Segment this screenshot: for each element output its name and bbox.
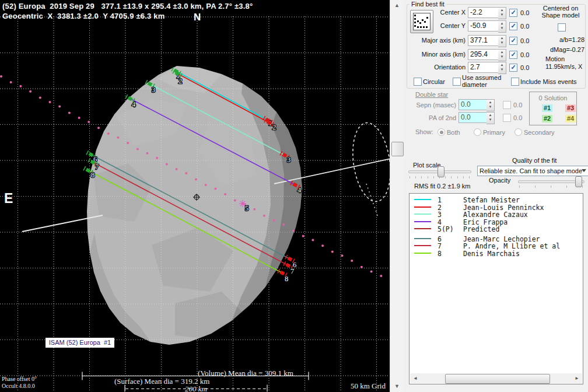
centered-on-shape-label: Centered on Shape model: [535, 5, 586, 19]
include-miss-events-checkbox[interactable]: [511, 78, 519, 86]
star-path-dot: [127, 142, 129, 144]
fit-field-label: Center X: [408, 9, 466, 16]
sepn-spinner[interactable]: ▲▼: [487, 99, 495, 111]
centered-on-shape-checkbox[interactable]: [558, 23, 566, 32]
star-path-dot: [156, 157, 158, 159]
fit-field-input[interactable]: -2.2: [468, 7, 499, 18]
grid-scale-label: 50 km Grid: [351, 382, 386, 391]
opacity-slider[interactable]: [518, 180, 584, 183]
pa-of-2nd-input[interactable]: 0.0: [459, 112, 488, 123]
legend-color-line: [414, 238, 431, 239]
plot-vertical-scrollbar[interactable]: ▲ ▼: [390, 0, 404, 392]
legend-row[interactable]: 1 Stefan Meister: [410, 196, 583, 204]
solution-chip-label: #3: [565, 104, 576, 112]
star-path-dot: [49, 101, 51, 103]
plot-title-line1: (52) Europa 2019 Sep 29 377.1 ±13.9 x 29…: [2, 2, 253, 10]
show-radio-secondary[interactable]: [514, 128, 522, 136]
plot-scale-slider-thumb[interactable]: [438, 166, 444, 177]
quality-of-fit-dropdown[interactable]: Reliable size. Can fit to shape mode: [477, 166, 588, 176]
solution-chip-label: #4: [565, 115, 576, 123]
star-path-dot: [205, 184, 207, 186]
fit-field-input[interactable]: -50.9: [468, 20, 499, 32]
chord-number-label: 7: [95, 163, 99, 171]
use-assumed-diameter-checkbox[interactable]: [453, 78, 461, 86]
pa-spinner[interactable]: ▲▼: [487, 112, 495, 124]
fit-field-checkbox[interactable]: ✓: [509, 37, 517, 45]
fit-field-input[interactable]: 295.4: [468, 49, 499, 60]
fit-field-spinner[interactable]: ▲▼: [498, 35, 506, 47]
star-path-dot: [292, 230, 295, 232]
scroll-right-icon[interactable]: ►: [572, 374, 582, 383]
legend-row[interactable]: 2 Jean-Louis Penninckx: [410, 204, 583, 211]
fit-field-error: 0.0: [520, 37, 529, 44]
solution-chip-label: #2: [542, 115, 552, 123]
fit-field-checkbox[interactable]: ✓: [509, 22, 517, 30]
fit-field-checkbox[interactable]: ✓: [509, 51, 517, 59]
legend-observer-name: Denis Marchais: [463, 250, 520, 258]
fit-field-error: 0.0: [520, 23, 529, 30]
sepn-err-value: 0.0: [513, 102, 522, 108]
chord-number-label: 2: [178, 77, 182, 85]
volume-mean-dia-label: (Volume) Mean dia = 309.1 km: [198, 369, 293, 378]
fit-field-spinner[interactable]: ▲▼: [498, 7, 506, 19]
fit-field-checkbox[interactable]: ✓: [509, 64, 517, 72]
chord-number-label: 4: [132, 100, 136, 108]
double-star-title: Double star: [415, 91, 448, 98]
fit-field-spinner[interactable]: ▲▼: [498, 49, 506, 61]
legend-row[interactable]: 3 Alexandre Cazaux: [410, 211, 583, 218]
fit-control-panel: Find best fit Center X -2.2 ▲▼ ✓ 0.0 Cen…: [404, 0, 588, 392]
star-path-dot: [282, 223, 285, 226]
motion-title-label: Motion: [545, 55, 565, 62]
include-miss-events-label: Include Miss events: [520, 78, 577, 85]
rms-fit-label: RMS fit 0.2 ±1.9 km: [414, 183, 471, 190]
star-path-dot: [68, 112, 71, 114]
legend-row[interactable]: 7 P. Andre, M Llibre et al: [410, 242, 583, 250]
fit-field-checkbox[interactable]: ✓: [509, 9, 517, 17]
vertical-scrollbar-thumb[interactable]: [391, 142, 404, 156]
chord-number-label: 4: [298, 186, 302, 194]
star-path-dot: [39, 97, 41, 99]
occultation-plot: 11 22 33 44 66 77 885: [0, 0, 390, 392]
fit-field-input[interactable]: 2.7: [468, 62, 499, 73]
legend-row[interactable]: 8 Denis Marchais: [410, 250, 583, 257]
dmag-label: dMag=-0.27: [544, 46, 584, 53]
show-radio-both[interactable]: [438, 128, 445, 136]
legend-observer-number: 5(P): [438, 225, 454, 233]
fit-field-input[interactable]: 377.1: [468, 35, 499, 46]
scroll-left-icon[interactable]: ◄: [411, 374, 420, 383]
star-path-dot: [195, 178, 197, 180]
star-path-dot: [312, 239, 314, 241]
star-path-dot: [234, 200, 236, 202]
star-path-dot: [0, 75, 2, 78]
pa-of-2nd-label: PA of 2nd: [410, 114, 456, 121]
show-radio-primary[interactable]: [474, 128, 481, 136]
legend-color-line: [414, 253, 431, 254]
fit-field-spinner[interactable]: ▲▼: [498, 20, 506, 33]
opacity-label: Opacity: [489, 177, 510, 184]
legend-row[interactable]: 4 Eric Frappa: [410, 218, 583, 226]
sepn-input[interactable]: 0.0: [459, 99, 488, 110]
legend-row[interactable]: 6 Jean-Marc Lechopier: [410, 235, 583, 243]
legend-observer-name: Predicted: [463, 225, 499, 233]
fit-field-spinner[interactable]: ▲▼: [498, 62, 506, 74]
star-path-dot: [214, 188, 216, 190]
legend-row[interactable]: 5(P) Predicted: [410, 225, 583, 233]
horizontal-scrollbar-thumb[interactable]: [445, 374, 550, 384]
circular-label: Circular: [423, 78, 445, 85]
circular-checkbox[interactable]: [414, 78, 422, 86]
star-path-dot: [341, 254, 344, 257]
legend-color-line: [414, 245, 431, 246]
observer-legend-list[interactable]: 1 Stefan Meister 2 Jean-Louis Penninckx …: [409, 193, 583, 384]
sepn-err-checkbox[interactable]: [503, 101, 511, 109]
legend-horizontal-scrollbar[interactable]: ◄ ►: [410, 373, 582, 383]
opacity-slider-thumb[interactable]: [575, 176, 582, 187]
compass-north-label: N: [194, 12, 201, 23]
pa-err-checkbox[interactable]: [503, 114, 511, 122]
fit-field-error: 0.0: [520, 9, 529, 16]
star-path-dot: [117, 136, 119, 139]
fit-field-error: 0.0: [520, 51, 529, 58]
star-path-dot: [273, 219, 275, 222]
scroll-up-icon[interactable]: ▲: [391, 1, 402, 10]
quality-of-fit-label: Quality of the fit: [512, 157, 556, 164]
scroll-down-icon[interactable]: ▼: [391, 382, 402, 391]
